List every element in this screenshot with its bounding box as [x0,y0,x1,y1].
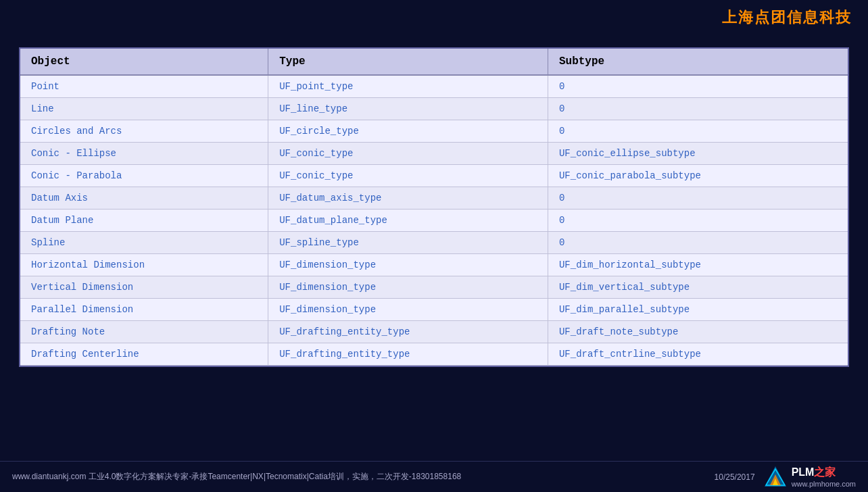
cell-type: UF_conic_type [268,143,548,165]
footer-logo: PLM之家 www.plmhome.com [763,465,856,489]
table-header-row: Object Type Subtype [20,49,848,75]
cell-subtype: UF_draft_note_subtype [548,321,848,343]
table-row: Parallel DimensionUF_dimension_typeUF_di… [20,299,848,321]
cell-type: UF_circle_type [268,120,548,143]
cell-object: Vertical Dimension [20,276,268,299]
cell-subtype: UF_draft_cntrline_subtype [548,343,848,366]
cell-object: Spline [20,232,268,254]
table-row: SplineUF_spline_type0 [20,232,848,254]
table-row: Vertical DimensionUF_dimension_typeUF_di… [20,276,848,299]
footer-date: 10/25/2017 [715,472,755,482]
cell-type: UF_drafting_entity_type [268,321,548,343]
cell-subtype: 0 [548,120,848,143]
object-type-table: Object Type Subtype PointUF_point_type0L… [20,49,848,366]
table-row: Drafting NoteUF_drafting_entity_typeUF_d… [20,321,848,343]
header: 上海点团信息科技 [0,0,868,35]
cell-type: UF_dimension_type [268,276,548,299]
cell-object: Conic - Ellipse [20,143,268,165]
main-content: Object Type Subtype PointUF_point_type0L… [0,35,868,374]
cell-object: Datum Plane [20,210,268,232]
footer-text: www.diantuankj.com 工业4.0数字化方案解决专家-承接Team… [12,471,461,483]
cell-subtype: 0 [548,210,848,232]
cell-subtype: 0 [548,187,848,210]
cell-type: UF_drafting_entity_type [268,343,548,366]
cell-type: UF_dimension_type [268,299,548,321]
plm-icon [763,465,788,489]
table-row: Circles and ArcsUF_circle_type0 [20,120,848,143]
cell-type: UF_datum_plane_type [268,210,548,232]
cell-subtype: 0 [548,98,848,120]
cell-object: Drafting Note [20,321,268,343]
cell-object: Drafting Centerline [20,343,268,366]
cell-type: UF_conic_type [268,165,548,187]
cell-subtype: UF_dim_parallel_subtype [548,299,848,321]
cell-subtype: UF_conic_parabola_subtype [548,165,848,187]
cell-subtype: UF_dim_horizontal_subtype [548,254,848,276]
cell-subtype: UF_conic_ellipse_subtype [548,143,848,165]
footer: www.diantuankj.com 工业4.0数字化方案解决专家-承接Team… [0,461,868,492]
cell-subtype: 0 [548,75,848,98]
table-row: LineUF_line_type0 [20,98,848,120]
cell-type: UF_spline_type [268,232,548,254]
cell-type: UF_line_type [268,98,548,120]
cell-type: UF_point_type [268,75,548,98]
column-header-subtype: Subtype [548,49,848,75]
plm-brand-container: PLM之家 www.plmhome.com [792,466,856,488]
cell-type: UF_datum_axis_type [268,187,548,210]
footer-right: 10/25/2017 PLM之家 www.plmhome.com [715,465,856,489]
cell-type: UF_dimension_type [268,254,548,276]
column-header-object: Object [20,49,268,75]
cell-object: Conic - Parabola [20,165,268,187]
cell-object: Parallel Dimension [20,299,268,321]
table-row: Datum PlaneUF_datum_plane_type0 [20,210,848,232]
column-header-type: Type [268,49,548,75]
cell-object: Point [20,75,268,98]
table-row: Conic - ParabolaUF_conic_typeUF_conic_pa… [20,165,848,187]
company-title: 上海点团信息科技 [722,7,852,28]
plm-brand-text: PLM之家 [792,466,856,480]
table-row: Datum AxisUF_datum_axis_type0 [20,187,848,210]
table-row: Conic - EllipseUF_conic_typeUF_conic_ell… [20,143,848,165]
cell-subtype: 0 [548,232,848,254]
table-row: Horizontal DimensionUF_dimension_typeUF_… [20,254,848,276]
cell-object: Line [20,98,268,120]
cell-object: Datum Axis [20,187,268,210]
table-row: Drafting CenterlineUF_drafting_entity_ty… [20,343,848,366]
data-table-container: Object Type Subtype PointUF_point_type0L… [19,47,849,367]
table-row: PointUF_point_type0 [20,75,848,98]
cell-subtype: UF_dim_vertical_subtype [548,276,848,299]
cell-object: Horizontal Dimension [20,254,268,276]
plm-website: www.plmhome.com [792,480,856,488]
cell-object: Circles and Arcs [20,120,268,143]
